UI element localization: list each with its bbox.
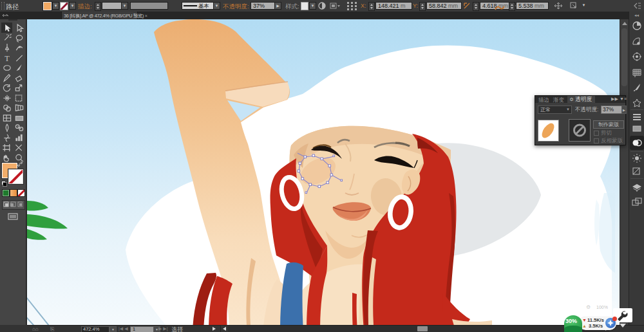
- svg-text:T: T: [5, 54, 10, 63]
